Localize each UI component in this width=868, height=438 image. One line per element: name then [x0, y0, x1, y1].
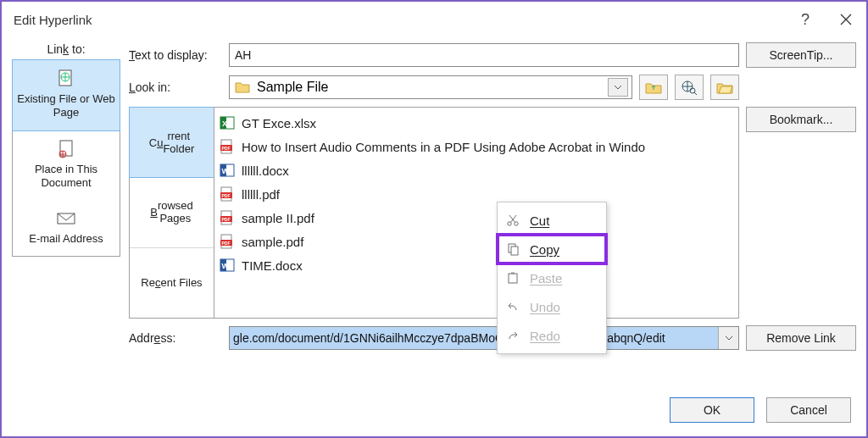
chevron-down-icon	[614, 85, 622, 90]
undo-icon	[506, 300, 521, 313]
context-menu-cut[interactable]: Cut	[498, 206, 606, 235]
titlebar-controls: ?	[785, 2, 866, 37]
copy-icon	[506, 242, 521, 256]
look-in-dropdown[interactable]	[608, 78, 628, 97]
cancel-button[interactable]: Cancel	[766, 397, 851, 423]
link-to-panel: Link to: Existing File or Web Page Place…	[12, 42, 120, 351]
tab-browsed-pages[interactable]: BrowsedPages	[130, 177, 214, 247]
browse-file-button[interactable]	[710, 75, 739, 100]
file-item[interactable]: Wllllll.docx	[220, 158, 733, 182]
svg-text:PDF: PDF	[222, 146, 231, 151]
context-menu-label: Redo	[530, 329, 560, 343]
globe-search-icon	[681, 80, 698, 95]
linkto-item-label: Place in This Document	[35, 163, 97, 189]
file-name: How to Insert Audio Comments in a PDF Us…	[242, 140, 645, 154]
look-in-combo[interactable]: Sample File	[229, 75, 632, 99]
text-to-display-label: Text to display:	[129, 48, 222, 62]
titlebar: Edit Hyperlink ?	[2, 2, 866, 37]
file-list[interactable]: XGT Exce.xlsxPDFHow to Insert Audio Comm…	[214, 107, 739, 319]
window-title: Edit Hyperlink	[14, 13, 92, 27]
tab-recent-files[interactable]: Recent Files	[130, 248, 214, 318]
text-to-display-input[interactable]	[229, 43, 739, 67]
file-item[interactable]: WTIME.docx	[220, 253, 733, 277]
paste-icon	[506, 271, 521, 285]
svg-text:PDF: PDF	[222, 241, 231, 246]
link-to-label: Link to:	[12, 42, 120, 56]
chevron-down-icon	[725, 335, 733, 341]
svg-rect-33	[511, 272, 515, 274]
context-menu-undo: Undo	[498, 292, 606, 321]
address-label: Address:	[129, 331, 222, 345]
browse-web-button[interactable]	[675, 75, 704, 100]
folder-icon	[235, 80, 250, 94]
bookmark-button[interactable]: Bookmark...	[746, 107, 856, 132]
linkto-item-label: Existing File or Web Page	[17, 92, 114, 119]
file-name: llllll.pdf	[242, 187, 280, 202]
address-dropdown[interactable]	[718, 327, 738, 349]
edit-hyperlink-dialog: Edit Hyperlink ? Link to: Existing File …	[0, 0, 868, 438]
context-menu-copy[interactable]: Copy	[498, 235, 606, 263]
screentip-button[interactable]: ScreenTip...	[746, 42, 856, 68]
envelope-icon	[54, 208, 78, 229]
svg-rect-31	[511, 247, 518, 255]
file-item[interactable]: PDFHow to Insert Audio Comments in a PDF…	[220, 135, 733, 158]
context-menu-label: Undo	[530, 300, 560, 314]
svg-text:PDF: PDF	[222, 193, 231, 198]
browse-tabs: CurrentFolder BrowsedPages Recent Files	[129, 107, 214, 319]
linkto-email-address[interactable]: E-mail Address	[13, 200, 120, 256]
file-name: GT Exce.xlsx	[242, 116, 316, 130]
close-icon	[840, 14, 852, 25]
svg-text:X: X	[222, 119, 227, 128]
svg-text:W: W	[222, 262, 230, 270]
linkto-existing-file[interactable]: Existing File or Web Page	[12, 59, 120, 131]
file-name: TIME.docx	[242, 258, 303, 273]
folder-up-icon	[645, 80, 662, 95]
context-menu-label: Paste	[530, 271, 562, 286]
look-in-value: Sample File	[257, 80, 328, 95]
globe-page-icon	[54, 69, 78, 89]
svg-text:PDF: PDF	[222, 217, 231, 222]
context-menu-paste: Paste	[498, 263, 606, 292]
close-button[interactable]	[826, 2, 866, 37]
main-panel: Text to display: ScreenTip... Look in: S…	[129, 42, 856, 351]
file-item[interactable]: PDFsample.pdf	[220, 230, 733, 253]
folder-open-icon	[716, 80, 733, 95]
tab-current-folder[interactable]: CurrentFolder	[129, 107, 214, 178]
file-name: sample.pdf	[242, 235, 303, 249]
redo-icon	[506, 329, 521, 342]
file-item[interactable]: PDFllllll.pdf	[220, 182, 733, 206]
ok-button[interactable]: OK	[670, 397, 754, 423]
context-menu-label: Cut	[530, 213, 549, 228]
file-item[interactable]: PDFsample II.pdf	[220, 206, 733, 230]
context-menu-label: Copy	[530, 242, 559, 257]
file-name: llllll.docx	[242, 164, 289, 178]
dialog-footer: OK Cancel	[670, 397, 851, 423]
linkto-item-label: E-mail Address	[29, 232, 103, 245]
address-value[interactable]: gle.com/document/d/1GNNi6ailhMcczye7dpaB…	[230, 327, 718, 349]
context-menu-redo: Redo	[498, 321, 606, 350]
help-button[interactable]: ?	[785, 2, 826, 37]
file-name: sample II.pdf	[242, 211, 314, 225]
svg-rect-32	[509, 274, 517, 283]
up-one-level-button[interactable]	[639, 75, 668, 100]
cut-icon	[506, 213, 521, 227]
look-in-label: Look in:	[129, 80, 222, 94]
address-input[interactable]: gle.com/document/d/1GNNi6ailhMcczye7dpaB…	[229, 326, 739, 350]
svg-text:W: W	[222, 167, 230, 175]
linkto-place-in-doc[interactable]: Place in This Document	[13, 130, 120, 201]
file-item[interactable]: XGT Exce.xlsx	[220, 111, 733, 135]
doc-target-icon	[54, 139, 78, 159]
remove-link-button[interactable]: Remove Link	[746, 325, 856, 351]
context-menu: CutCopyPasteUndoRedo	[497, 202, 607, 354]
